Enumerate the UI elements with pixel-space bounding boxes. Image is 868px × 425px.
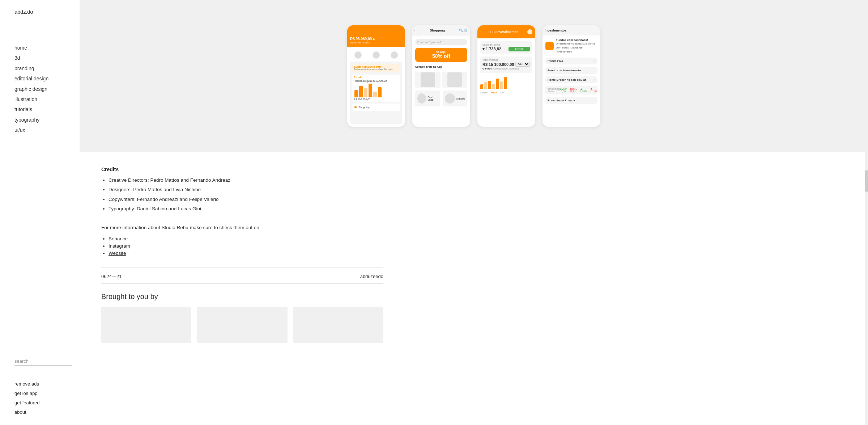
phone4-header-label: Investimentos (545, 29, 567, 32)
phone1-amount2: R$ 100.234,00 (354, 98, 399, 101)
phone1-notif-title: Super App Banco Inter (354, 66, 398, 68)
phone2-item-img-2 (447, 72, 462, 87)
phone2-store-item-2: Magalu (443, 91, 467, 106)
phone2-buy-label: Compre direto no App (415, 66, 467, 68)
phone4-fund-2-arrow: › (594, 69, 595, 72)
nav-item-branding[interactable]: branding (14, 64, 80, 72)
phone1-stats-box: Extrato Receba até jun R$ 10.426,00 (352, 75, 400, 102)
phone3-tab-aprenda[interactable]: Aprenda (509, 67, 519, 70)
nav-item-uiux[interactable]: ui/ux (14, 126, 80, 134)
phone3-period-select[interactable]: 30 d (515, 62, 530, 67)
bar3-3 (488, 81, 491, 89)
credits-list: Creative Directors: Pedro Mattos and Fer… (101, 177, 383, 212)
phone2-store-name-1: Fast Shop (427, 96, 438, 101)
phone2-title: Shopping (430, 29, 445, 32)
phone4-stocks-row: WhatsApp Ações IBVSP 15,60 IBUSS 21,81 ▲… (545, 86, 597, 94)
bar3-4 (492, 84, 495, 89)
phone3-total-row: R$ 15 100.000,00 30 d (482, 62, 530, 67)
phone1-balance: R$ 93.089,09 ● (350, 37, 402, 41)
phone1-dot (354, 106, 357, 108)
bar-3 (364, 88, 367, 97)
phone1-icon-3 (391, 51, 398, 59)
phone1-bar-chart (354, 83, 399, 97)
phone3-tab-ganhos[interactable]: Ganhos (482, 67, 492, 70)
phone-mockups-container: R$ 93.089,09 ● Saldo em conta Super App … (347, 25, 600, 127)
phone1-icon-2 (373, 51, 380, 59)
phone1-icons (350, 50, 402, 60)
phone4-fund-3-arrow: › (594, 78, 595, 81)
brought-card-3 (293, 307, 383, 343)
bar3-6 (500, 81, 503, 89)
phone2-store-name-2: Magalu (456, 97, 465, 100)
phone1-shopping-row: Shopping (352, 104, 400, 111)
phone1-screen: R$ 93.089,09 ● Saldo em conta Super App … (347, 25, 405, 127)
get-ios-link[interactable]: get ios app (14, 390, 80, 397)
phone3-close-icon (527, 29, 532, 34)
phone1-icon-1 (354, 51, 362, 59)
section-divider-2 (101, 283, 383, 284)
phone3-balance-label: Saldo em conta (482, 43, 530, 46)
more-info-paragraph: For more information about Studio Rebu m… (101, 224, 383, 231)
phone-mockup-2: ‹ Shopping 🔍 🛒 O que você procura? Só ho… (412, 25, 470, 127)
phone2-store-item-1: Fast Shop (415, 91, 440, 106)
bar3-1 (480, 84, 483, 89)
bar-4 (369, 84, 372, 97)
search-input[interactable] (14, 357, 72, 366)
credit-item-1: Creative Directors: Pedro Mattos and Fer… (109, 177, 383, 184)
nav-item-tutorials[interactable]: tutorials (14, 105, 80, 113)
phone4-fund-1: Renda Fixa › (545, 58, 597, 64)
page-layout: abdz.do home 3d branding editorial desig… (0, 0, 868, 425)
get-featured-link[interactable]: get featured (14, 399, 80, 407)
scrollbar-track[interactable] (865, 0, 868, 425)
phone3-back: ‹ (480, 30, 481, 34)
brought-card-1 (101, 307, 191, 343)
phone3-total-label: Total investido (482, 59, 530, 61)
phone4-fund-1-label: Renda Fixa (548, 59, 563, 63)
phone3-nav-header: ‹ PAI Investimentos (477, 25, 535, 38)
phone4-stock-pct: ▲ 3,56% (580, 88, 587, 93)
phone4-stocks-values: IBVSP 15,60 IBUSS 21,81 ▲ 3,56% ▼ 2,14% (559, 88, 597, 93)
post-author: abduzeedo (360, 274, 383, 279)
phone2-store-logo-2 (445, 93, 455, 104)
bar3-2 (484, 82, 487, 89)
nav-item-home[interactable]: home (14, 44, 80, 52)
phone3-tab-comunid[interactable]: Comunidade (493, 67, 508, 70)
phone3-tab-row: Ganhos Comunidade Aprenda (482, 67, 530, 70)
phone2-screen: ‹ Shopping 🔍 🛒 O que você procura? Só ho… (412, 25, 470, 127)
website-link[interactable]: Website (109, 251, 126, 256)
about-link[interactable]: about (14, 408, 80, 416)
bar3-5 (496, 79, 499, 89)
main-content: R$ 93.089,09 ● Saldo em conta Super App … (80, 0, 868, 425)
remove-ads-link[interactable]: remove ads (14, 380, 80, 388)
nav-item-illustration[interactable]: illustration (14, 95, 80, 103)
phone2-nav-header: ‹ Shopping 🔍 🛒 (412, 25, 470, 35)
phone4-fund-4: Previdência Privada › (545, 97, 597, 104)
phone4-cashback-text: Fundos com cashback! Dinheiro de volta n… (556, 38, 597, 54)
nav-item-3d[interactable]: 3d (14, 54, 80, 62)
sidebar-bottom-links: remove ads get ios app get featured abou… (14, 380, 80, 416)
phone2-item-1 (415, 72, 441, 88)
instagram-link[interactable]: Instagram (109, 243, 130, 249)
phone3-invest-btn[interactable]: Investir (509, 47, 530, 51)
phone3-balance-box: Saldo em conta ▾ 1.738,82 Investir (480, 41, 532, 54)
site-logo[interactable]: abdz.do (14, 9, 80, 15)
phone3-balance-value: ▾ 1.738,82 (482, 47, 501, 51)
bar-1 (354, 90, 358, 97)
phone4-stock-pct2: ▼ 2,14% (590, 88, 597, 93)
external-links-list: Behance Instagram Website (101, 236, 383, 256)
sidebar: abdz.do home 3d branding editorial desig… (0, 0, 80, 425)
scrollbar-thumb[interactable] (865, 170, 868, 192)
hero-area: R$ 93.089,09 ● Saldo em conta Super App … (80, 0, 868, 152)
phone4-cashback-title: Fundos com cashback! (556, 38, 597, 42)
bar-2 (359, 86, 363, 97)
behance-link[interactable]: Behance (109, 236, 128, 241)
phone3-title: PAI Investimentos (490, 30, 518, 34)
nav-item-editorial[interactable]: editorial design (14, 75, 80, 83)
phone1-white-section: Super App Banco Inter Todos os serviços … (350, 62, 402, 124)
nav-item-graphic[interactable]: graphic design (14, 85, 80, 93)
phone2-item-2 (442, 72, 467, 88)
nav-item-typography[interactable]: typography (14, 116, 80, 124)
phone4-fund-1-arrow: › (594, 59, 595, 63)
phone2-store-logo-1 (417, 93, 426, 104)
phone3-legend-ano: Ano (500, 92, 504, 94)
